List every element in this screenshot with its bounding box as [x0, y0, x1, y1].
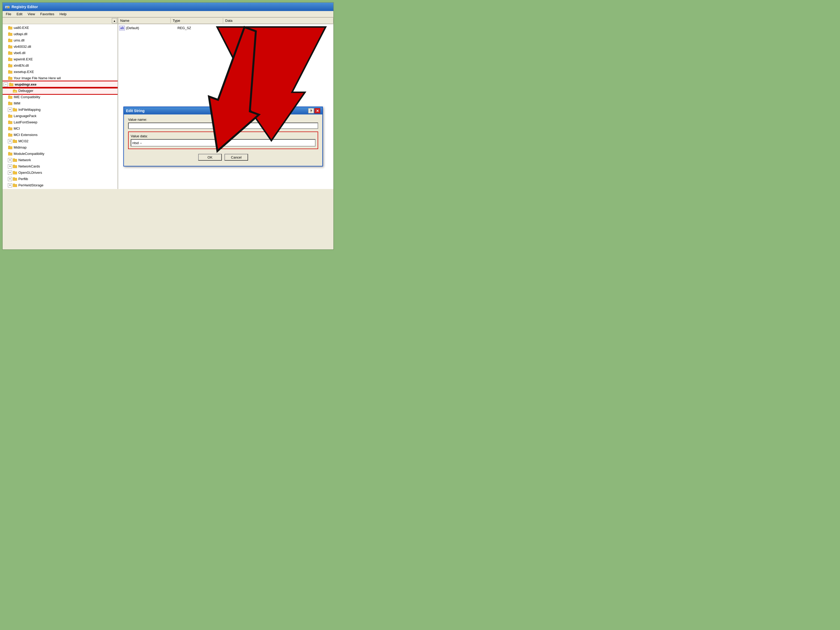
tree-item-perhwid[interactable]: + PerHwIdStorage [3, 182, 118, 188]
tree-item-yourimage[interactable]: Your Image File Name Here wil [3, 75, 118, 81]
folder-icon [8, 126, 13, 131]
svg-marker-9 [8, 32, 10, 33]
tree-label: wupdmgr.exe [15, 82, 36, 87]
svg-rect-57 [13, 184, 17, 187]
svg-marker-15 [8, 51, 10, 52]
cancel-button[interactable]: Cancel [224, 154, 248, 161]
reg-string-icon: ab [119, 26, 125, 30]
folder-icon [13, 177, 17, 181]
tree-item-ums[interactable]: ums.dll [3, 37, 118, 44]
tree-label: Network [18, 157, 31, 163]
tree-item-udtapi[interactable]: udtapi.dll [3, 31, 118, 37]
folder-icon [8, 70, 13, 74]
ok-button[interactable]: OK [198, 154, 222, 161]
svg-marker-11 [8, 39, 10, 39]
tree-label: IME Compatibility [14, 94, 40, 100]
tree-item-modulecompat[interactable]: ModuleCompatibility [3, 151, 118, 157]
svg-marker-25 [9, 83, 11, 84]
folder-icon [13, 158, 17, 162]
dialog-help-button[interactable]: ? [308, 108, 314, 114]
svg-rect-4 [6, 8, 7, 8]
tree-item-wupdmgr[interactable]: − wupdmgr.exe [3, 81, 118, 88]
tree-label: xlmlEN.dll [14, 63, 29, 68]
value-name-input[interactable] [128, 123, 318, 129]
reg-item-name: (Default) [126, 25, 177, 31]
tree-item-xlmlen[interactable]: xlmlEN.dll [3, 63, 118, 69]
tree-item-networkcards[interactable]: + NetworkCards [3, 163, 118, 170]
tree-item-opengl[interactable]: + OpenGLDrivers [3, 170, 118, 176]
tree-item-midimap[interactable]: Midimap [3, 144, 118, 151]
folder-icon [8, 26, 13, 30]
svg-rect-39 [8, 128, 12, 130]
svg-marker-48 [8, 152, 10, 153]
tree-item-debugger[interactable]: Debugger [3, 88, 118, 94]
svg-rect-53 [13, 172, 17, 174]
tree-item-vbe6[interactable]: vbe6.dll [3, 50, 118, 56]
tree-item-xwsetup[interactable]: xwsetup.EXE [3, 69, 118, 75]
menu-favorites[interactable]: Favorites [38, 11, 56, 17]
folder-icon [8, 101, 13, 106]
svg-marker-13 [8, 45, 10, 46]
title-bar: Registry Editor [3, 3, 333, 11]
tree-item-languagepack[interactable]: LanguagePack [3, 113, 118, 119]
value-data-input[interactable] [131, 139, 316, 147]
tree-label: Your Image File Name Here wil [14, 75, 61, 81]
dialog-title-buttons: ? ✕ [308, 108, 320, 114]
expand-plus-icon[interactable]: + [8, 183, 12, 188]
tree-label: Debugger [18, 88, 33, 94]
folder-icon [8, 152, 13, 156]
svg-rect-8 [8, 33, 12, 36]
tree-item-mciext[interactable]: MCI Extensions [3, 132, 118, 138]
tree-label: vbe6.dll [14, 50, 25, 56]
folder-icon [13, 183, 17, 188]
expand-plus-icon[interactable]: + [8, 171, 12, 175]
folder-icon [8, 95, 13, 99]
expand-plus-icon[interactable]: + [8, 164, 12, 169]
svg-rect-3 [6, 7, 7, 7]
menu-edit[interactable]: Edit [14, 11, 24, 17]
tree-item-network[interactable]: + Network [3, 157, 118, 163]
menu-view[interactable]: View [25, 11, 37, 17]
tree-label: IMM [14, 101, 20, 106]
tree-label: Perflib [18, 176, 28, 182]
tree-item-vb40032[interactable]: vb40032.dll [3, 44, 118, 50]
tree-item-mci32[interactable]: + MCI32 [3, 138, 118, 144]
svg-rect-1 [5, 5, 10, 6]
col-header-data: Data [223, 18, 333, 23]
folder-icon [8, 45, 13, 49]
tree-item-ua80[interactable]: ua80.EXE [3, 25, 118, 31]
folder-icon [13, 107, 17, 112]
expand-plus-icon[interactable]: + [8, 158, 12, 162]
expand-minus-icon[interactable]: − [4, 82, 8, 87]
svg-marker-58 [13, 183, 15, 184]
expand-plus-icon[interactable]: + [8, 107, 12, 112]
svg-point-2 [8, 6, 9, 8]
value-data-label: Value data: [131, 134, 316, 138]
svg-marker-44 [13, 139, 15, 140]
svg-marker-7 [8, 26, 10, 27]
expand-plus-icon[interactable]: + [8, 177, 12, 181]
tree-item-wpwin8[interactable]: wpwin8.EXE [3, 56, 118, 63]
svg-rect-24 [9, 84, 13, 86]
tree-item-mci[interactable]: MCI [3, 125, 118, 132]
svg-rect-20 [8, 71, 12, 74]
tree-item-lastfontsweep[interactable]: LastFontSweep [3, 119, 118, 125]
svg-rect-22 [8, 77, 12, 80]
tree-item-inifile[interactable]: + IniFileMapping [3, 107, 118, 113]
tree-item-imm[interactable]: IMM [3, 100, 118, 107]
scroll-up-button[interactable]: ▲ [112, 18, 117, 24]
expand-plus-icon[interactable]: + [8, 139, 12, 143]
svg-rect-35 [8, 115, 12, 118]
menu-file[interactable]: File [4, 11, 13, 17]
tree-item-ime[interactable]: IME Compatibility [3, 94, 118, 100]
tree-panel: ▲ ua80.EXE udtapi.dll [3, 17, 118, 189]
title-icon [5, 4, 10, 10]
value-name-label: Value name: [128, 118, 318, 122]
svg-marker-38 [8, 120, 10, 121]
svg-marker-36 [8, 114, 10, 115]
dialog-close-button[interactable]: ✕ [314, 108, 320, 114]
reg-item-type: REG_SZ [177, 25, 229, 31]
tree-item-perflib[interactable]: + Perflib [3, 176, 118, 182]
menu-help[interactable]: Help [57, 11, 69, 17]
reg-item-default[interactable]: ab (Default) REG_SZ (not set) [118, 25, 333, 32]
